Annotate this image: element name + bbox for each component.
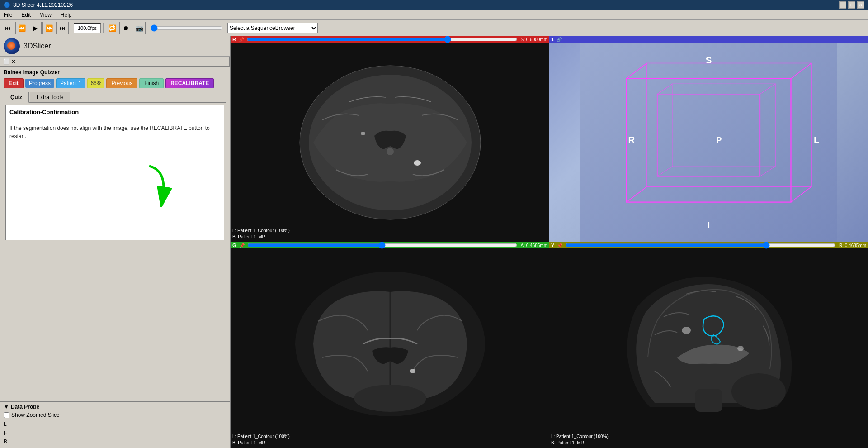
separator-1 [71,23,71,33]
quiz-content: Calibration-Confirmation If the segmenta… [5,105,224,240]
patient-button[interactable]: Patient 1 [56,78,85,88]
axial-brain-image [231,43,549,242]
exit-button[interactable]: Exit [4,78,24,88]
skip-to-end-button[interactable]: ⏭ [56,22,69,34]
sagittal-info: R: 0.4685mm [837,243,868,248]
left-panel: 3DSlicer ⬜ ✕ Baines Image Quizzer Exit P… [0,36,231,448]
step-back-button[interactable]: ⏪ [15,22,28,34]
probe-label-L: L [4,420,226,429]
threedee-svg: S I R L P [549,43,868,242]
data-probe-header: ▼ Data Probe [4,404,226,410]
slicer-logo [4,38,20,54]
axial-overlay: L: Patient 1_Contour (100%) B: Patient 1… [232,228,290,240]
previous-button[interactable]: Previous [106,78,137,88]
svg-point-30 [682,327,691,334]
sagittal-slider[interactable] [565,243,835,247]
app-name: 3DSlicer [24,42,51,50]
coronal-viewer: G 📌 A: 0.4685mm [231,242,549,448]
show-zoomed-slice-label: Show Zoomed Slice [11,412,60,418]
panel-header: 3DSlicer [0,36,230,57]
percent-badge: 66% [87,78,104,88]
axial-overlay-B: B: Patient 1_MR [232,234,290,240]
axial-top-bar: R 📌 S: 0.6000mm [231,36,549,43]
tab-quiz[interactable]: Quiz [4,92,29,103]
coronal-pin-icon: 📌 [238,243,245,248]
show-zoomed-slice-row: Show Zoomed Slice [4,412,226,418]
coronal-top-bar: G 📌 A: 0.4685mm [231,242,549,248]
skip-to-start-button[interactable]: ⏮ [2,22,14,34]
svg-rect-28 [695,389,722,412]
menu-edit[interactable]: Edit [19,11,33,19]
sagittal-overlay-L: L: Patient 1_Contour (100%) [551,434,609,440]
coronal-overlay-L: L: Patient 1_Contour (100%) [232,434,290,440]
main-layout: 3DSlicer ⬜ ✕ Baines Image Quizzer Exit P… [0,36,868,448]
minimize-button[interactable]: ─ [839,1,846,9]
screenshot-button[interactable]: 📷 [133,22,146,34]
separator-3 [148,23,148,33]
record-button[interactable]: ⏺ [119,22,132,34]
play-button[interactable]: ▶ [29,22,42,34]
loop-button[interactable]: 🔁 [106,22,118,34]
svg-point-26 [354,385,426,412]
sagittal-overlay: L: Patient 1_Contour (100%) B: Patient 1… [551,434,609,446]
sagittal-viewer: Y 📌 R: 0.4685mm [549,242,868,448]
fps-input[interactable] [74,23,101,33]
finish-button[interactable]: Finish [139,78,164,88]
axial-slider[interactable] [247,38,517,41]
data-probe-section: ▼ Data Probe Show Zoomed Slice L F B [0,401,230,448]
menu-help[interactable]: Help [59,11,74,19]
app-icon: 🔵 [4,2,10,8]
svg-text:P: P [716,136,722,145]
recalibrate-button[interactable]: RECALIBRATE [165,78,214,88]
coronal-info: A: 0.4685mm [519,243,549,248]
sagittal-top-bar: Y 📌 R: 0.4685mm [549,242,868,248]
close-button[interactable]: ✕ [857,1,864,9]
svg-text:L: L [814,134,820,145]
menu-view[interactable]: View [38,11,53,19]
axial-overlay-L: L: Patient 1_Contour (100%) [232,228,290,234]
sagittal-pin-icon: 📌 [556,243,563,248]
sagittal-overlay-B: B: Patient 1_MR [551,440,609,446]
maximize-button[interactable]: □ [848,1,855,9]
svg-text:I: I [708,219,710,230]
probe-label-F: F [4,429,226,438]
svg-text:R: R [628,134,635,145]
coronal-overlay: L: Patient 1_Contour (100%) B: Patient 1… [232,434,290,446]
coronal-brain-image [231,248,549,448]
svg-point-5 [361,132,365,135]
step-forward-button[interactable]: ⏩ [42,22,55,34]
svg-point-4 [414,160,421,166]
threedee-top-bar: 1 🔗 [549,36,868,43]
playback-slider[interactable] [151,23,223,33]
menu-file[interactable]: File [2,11,14,19]
threedee-label: 1 [549,37,556,42]
svg-text:S: S [706,55,712,65]
threedee-viewer: 1 🔗 [549,36,868,242]
probe-label-B: B [4,438,226,446]
coronal-slider[interactable] [247,243,517,247]
sagittal-label: Y [549,243,556,248]
progress-label: Progress [25,79,54,88]
axial-label: R [231,37,238,42]
collapse-bar: ⬜ ✕ [0,57,230,67]
module-title: Baines Image Quizzer [4,69,226,76]
tab-extra-tools[interactable]: Extra Tools [30,92,70,102]
separator-2 [103,23,104,33]
biq-section: Baines Image Quizzer Exit Progress Patie… [0,67,230,245]
link-icon: 🔗 [556,37,563,42]
sequence-browser-select[interactable]: Select a SequenceBrowser [227,23,318,33]
svg-point-31 [737,346,744,351]
tabs: Quiz Extra Tools [4,92,226,103]
show-zoomed-slice-checkbox[interactable] [4,412,9,418]
collapse-icon[interactable]: ⬜ ✕ [3,58,16,65]
calibration-text: If the segmentation does not align with … [9,124,220,140]
menu-bar: File Edit View Help [0,10,868,20]
axial-info: S: 0.6000mm [519,37,549,42]
coronal-overlay-B: B: Patient 1_MR [232,440,290,446]
calibration-title: Calibration-Confirmation [9,109,220,115]
title-bar-text: 3D Slicer 4.11.20210226 [13,2,73,8]
svg-point-29 [731,373,786,410]
data-probe-title: Data Probe [11,404,39,410]
data-probe-collapse-icon[interactable]: ▼ [4,404,9,410]
axial-pin-icon: 📌 [238,37,245,42]
